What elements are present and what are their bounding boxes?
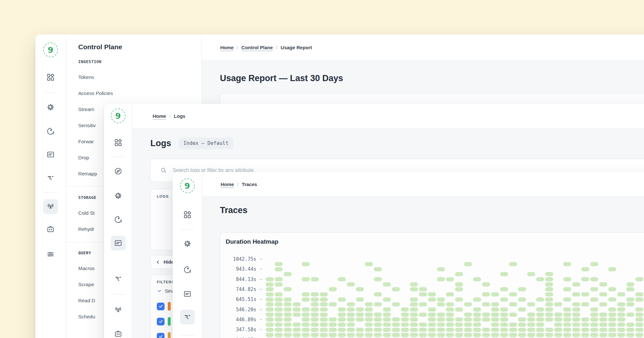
logs-card-icon[interactable] [43, 147, 58, 162]
header-bar: Home/Traces [202, 172, 644, 197]
y-axis-tick-label: 645.51s [220, 296, 256, 303]
heatmap-cell [329, 317, 337, 322]
nav-item-access-policies[interactable]: Access Policies [78, 85, 202, 101]
heatmap-cell [572, 302, 580, 306]
heatmap-cell [275, 302, 283, 306]
broadcast-antenna-icon[interactable] [111, 303, 126, 317]
logs-card-icon[interactable] [180, 286, 195, 301]
heatmap-cell [428, 297, 436, 302]
heatmap-cell [635, 323, 643, 327]
heatmap-cell [275, 267, 283, 271]
heatmap-cell [590, 317, 598, 322]
clock-alert-icon[interactable] [111, 212, 126, 227]
heatmap-cell [590, 287, 598, 291]
heatmap-cell [635, 297, 643, 302]
heatmap-cell [284, 287, 292, 291]
heatmap-cell [464, 302, 472, 306]
heatmap-cell [392, 317, 400, 322]
checkbox-error[interactable] [157, 303, 165, 310]
heatmap-cell [491, 292, 499, 296]
heatmap-cell [311, 277, 319, 281]
heatmap-cell [419, 328, 427, 332]
heatmap-cell [455, 272, 463, 276]
nav-item-tokens[interactable]: Tokens [78, 69, 202, 85]
heatmap-cell [410, 297, 418, 302]
heatmap-cell [311, 307, 319, 312]
heatmap-cell [554, 328, 562, 332]
heatmap-cell [347, 302, 355, 306]
nav-title: Control Plane [78, 43, 202, 51]
heatmap-cell [437, 302, 445, 306]
heatmap-cell [365, 262, 373, 266]
gear-spiral-icon[interactable] [180, 236, 195, 251]
page-title: Traces [220, 204, 644, 217]
breadcrumb-separator: / [237, 45, 238, 50]
heatmap-cell [338, 307, 346, 312]
heatmap-cell [500, 287, 508, 291]
heatmap-cell [275, 277, 283, 281]
index-badge[interactable]: Index — Default [178, 137, 234, 149]
heatmap-cell [293, 333, 301, 337]
breadcrumb-separator: / [169, 113, 171, 119]
heatmap-cell [464, 262, 472, 266]
sliders-icon[interactable] [43, 247, 58, 262]
breadcrumb-link-control-plane[interactable]: Control Plane [242, 45, 273, 50]
heatmap-cell [455, 328, 463, 332]
heatmap-cell [464, 323, 472, 327]
heatmap-cell [617, 292, 625, 296]
heatmap-cell [446, 317, 454, 322]
trace-waterfall-icon[interactable] [111, 271, 126, 286]
heatmap-cell [527, 313, 535, 317]
heatmap-cell [455, 333, 463, 337]
heatmap-cell [356, 287, 364, 291]
apps-grid-icon[interactable] [43, 70, 58, 85]
title-row: Logs Index — Default [150, 136, 644, 150]
clock-alert-icon[interactable] [43, 124, 58, 139]
heatmap-cell [446, 323, 454, 327]
heatmap-cell [437, 328, 445, 332]
heatmap-cell [446, 277, 454, 281]
code-box-icon[interactable] [43, 222, 58, 237]
breadcrumb-link-home[interactable]: Home [221, 182, 234, 187]
heatmap-cell [608, 297, 616, 302]
y-axis-tick-label: 347.58s [220, 326, 256, 333]
header-bar: Home/Logs [132, 104, 644, 128]
heatmap-cell [338, 333, 346, 337]
logo-9-icon[interactable]: 9 [111, 108, 126, 123]
header-bar: Home/Control Plane/Usage Report [202, 34, 644, 61]
trace-waterfall-icon[interactable] [180, 310, 195, 324]
heatmap-cell [419, 302, 427, 306]
heatmap-cell [617, 333, 625, 337]
logo-9-icon[interactable]: 9 [43, 42, 58, 57]
clock-alert-icon[interactable] [180, 262, 195, 277]
heatmap-cell [329, 333, 337, 337]
broadcast-antenna-icon[interactable] [43, 199, 58, 214]
checkbox-info[interactable] [157, 318, 165, 325]
logs-card-icon[interactable] [111, 236, 126, 250]
apps-grid-icon[interactable] [111, 135, 126, 150]
apps-grid-icon[interactable] [180, 207, 195, 222]
heatmap-cell [536, 317, 544, 322]
breadcrumb-link-home[interactable]: Home [220, 45, 234, 50]
heatmap-cell [626, 302, 634, 306]
heatmap-cell [383, 333, 391, 337]
gear-spiral-icon[interactable] [43, 100, 58, 115]
heatmap-cell [365, 313, 373, 317]
heatmap-cell [599, 282, 607, 286]
checkbox-warn[interactable] [157, 333, 165, 338]
gear-spiral-icon[interactable] [111, 188, 126, 203]
heatmap-cell [266, 328, 274, 332]
heatmap-cell [545, 313, 553, 317]
breadcrumb-link-home[interactable]: Home [153, 113, 166, 119]
compass-icon[interactable] [111, 164, 126, 179]
logo-9-icon[interactable]: 9 [180, 178, 195, 193]
heatmap-cell [626, 313, 634, 317]
heatmap-cell [329, 328, 337, 332]
trace-waterfall-icon[interactable] [43, 171, 58, 185]
code-box-icon[interactable] [111, 327, 126, 338]
heatmap-cell [284, 328, 292, 332]
heatmap-cell [383, 313, 391, 317]
heatmap-cell [491, 317, 499, 322]
chevron-left-icon [156, 260, 160, 265]
heatmap-cell [266, 302, 274, 306]
